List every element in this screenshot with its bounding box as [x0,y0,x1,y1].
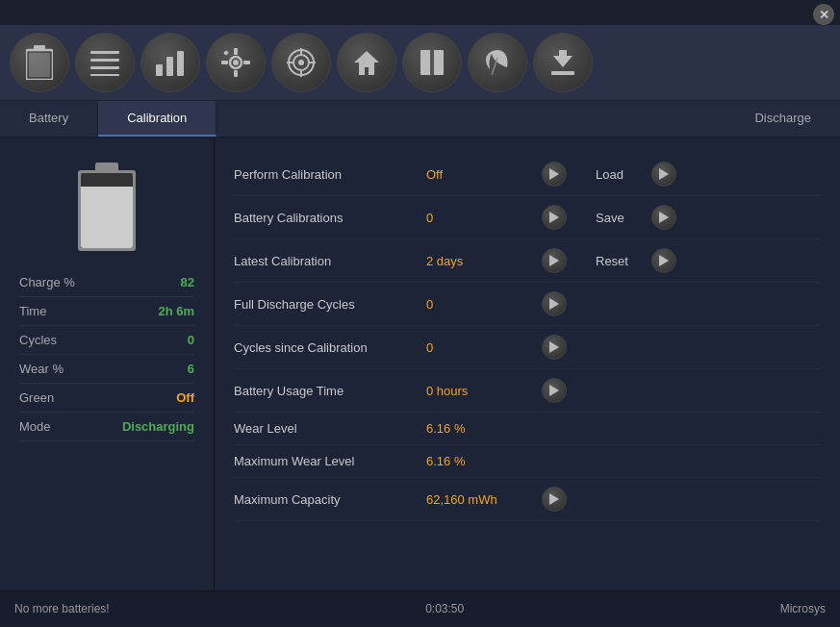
battery-inner [81,173,133,248]
svg-rect-8 [166,57,173,76]
battery-icon-wrap [78,163,136,249]
calib-extra-btn-1[interactable] [651,205,676,230]
battery-fill [81,187,133,248]
calib-row-8: Maximum Capacity62,160 mWh [234,478,821,521]
calib-value-1: 0 [426,211,542,225]
target-toolbar-button[interactable] [271,33,331,92]
cycles-label: Cycles [19,333,57,347]
calib-extra-label-2: Reset [596,254,644,268]
book-toolbar-button[interactable] [402,33,462,92]
charge-label: Charge % [19,275,75,289]
cycles-value: 0 [188,333,194,347]
svg-rect-27 [430,50,434,75]
calib-label-0: Perform Calibration [234,167,426,182]
settings-toolbar-button[interactable] [206,33,266,92]
time-row: Time 2h 6m [19,297,194,326]
calib-value-4: 0 [426,340,542,355]
tab-bar: Battery Calibration Discharge [0,101,840,138]
svg-rect-12 [234,48,238,55]
status-bar: No more batteries! 0:03:50 Microsys [0,590,840,625]
chart-toolbar-button[interactable] [140,33,200,92]
calibration-table: Perform CalibrationOffLoadBattery Calibr… [234,153,821,521]
calib-action-btn-4[interactable] [542,335,567,360]
tab-discharge[interactable]: Discharge [725,101,840,137]
toolbar [0,25,840,101]
cycles-row: Cycles 0 [19,326,194,355]
calib-row-2: Latest Calibration2 daysReset [234,239,821,283]
svg-rect-26 [433,50,444,75]
main-content: Charge % 82 Time 2h 6m Cycles 0 Wear % 6… [0,138,840,590]
svg-rect-15 [243,61,250,64]
battery-toolbar-button[interactable] [10,33,69,92]
svg-line-28 [492,58,497,75]
calib-label-6: Wear Level [234,421,426,436]
status-right: Microsys [780,602,826,615]
download-toolbar-button[interactable] [533,33,593,92]
svg-rect-16 [223,50,229,56]
svg-marker-34 [659,212,669,223]
calib-row-5: Battery Usage Time0 hours [234,369,821,413]
calib-extra-btn-0[interactable] [651,162,676,187]
calib-value-8: 62,160 mWh [426,492,542,507]
calib-row-3: Full Discharge Cycles0 [234,283,821,326]
wear-value: 6 [188,362,194,376]
calib-extra-label-1: Save [596,211,644,225]
charge-value: 82 [181,275,194,289]
svg-rect-30 [551,71,574,75]
svg-rect-2 [29,53,50,77]
battery-body [78,170,136,251]
calib-label-5: Battery Usage Time [234,384,426,398]
status-left: No more batteries! [14,602,110,615]
green-value: Off [176,390,194,405]
calib-action-btn-3[interactable] [542,291,567,316]
calib-row-1: Battery Calibrations0Save [234,196,821,239]
list-toolbar-button[interactable] [75,33,135,92]
svg-marker-32 [659,168,669,180]
leaf-toolbar-button[interactable] [468,33,527,92]
svg-rect-4 [90,59,119,62]
time-label: Time [19,304,46,318]
svg-rect-5 [90,66,119,69]
svg-point-11 [233,60,239,65]
calib-action-btn-8[interactable] [542,487,567,512]
calib-row-0: Perform CalibrationOffLoad [234,153,821,196]
mode-value: Discharging [122,419,194,434]
svg-marker-38 [549,341,559,353]
calib-value-3: 0 [426,297,542,312]
title-bar: ✕ [0,0,840,25]
calib-row-7: Maximum Wear Level6.16 % [234,445,821,478]
svg-rect-13 [234,70,238,77]
svg-rect-3 [90,51,119,54]
mode-label: Mode [19,419,51,434]
calib-label-1: Battery Calibrations [234,211,426,225]
tab-calibration[interactable]: Calibration [98,101,216,137]
home-toolbar-button[interactable] [337,33,396,92]
calib-action-btn-2[interactable] [542,248,567,273]
close-button[interactable]: ✕ [813,4,834,25]
svg-point-19 [298,60,304,65]
green-row: Green Off [19,384,194,413]
left-panel: Charge % 82 Time 2h 6m Cycles 0 Wear % 6… [0,138,215,590]
calib-value-7: 6.16 % [426,454,542,468]
calib-action-btn-0[interactable] [542,162,567,187]
mode-row: Mode Discharging [19,413,194,441]
calib-label-3: Full Discharge Cycles [234,297,426,312]
wear-label: Wear % [19,362,64,376]
calib-action-btn-5[interactable] [542,378,567,403]
calib-value-2: 2 days [426,254,542,268]
tab-battery[interactable]: Battery [0,101,98,137]
tab-spacer [216,101,725,137]
svg-marker-24 [354,51,379,75]
wear-row: Wear % 6 [19,355,194,384]
calib-extra-1: Save [596,205,676,230]
time-value: 2h 6m [158,304,194,318]
calib-extra-btn-2[interactable] [651,248,676,273]
right-panel: Perform CalibrationOffLoadBattery Calibr… [215,138,840,590]
calib-action-btn-1[interactable] [542,205,567,230]
calib-extra-0: Load [596,162,676,187]
calib-extra-2: Reset [596,248,676,273]
calib-label-7: Maximum Wear Level [234,454,426,468]
status-center: 0:03:50 [425,602,464,615]
calib-label-4: Cycles since Calibration [234,340,426,355]
calib-extra-label-0: Load [596,167,644,182]
